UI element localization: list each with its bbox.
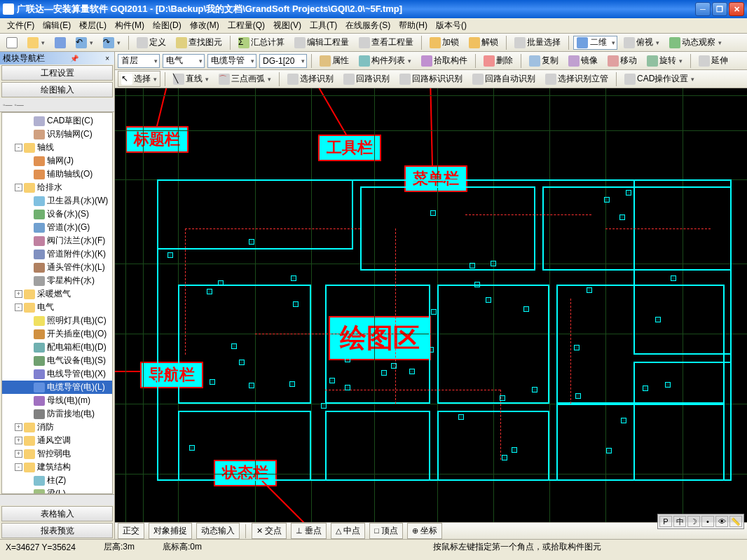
tree-item[interactable]: CAD草图(C) [2,114,112,128]
vi-ruler[interactable]: 📏 [729,516,742,527]
tree-item[interactable]: -建筑结构 [2,460,112,474]
project-settings-button[interactable]: 工程设置 [1,65,113,81]
tree-item[interactable]: 零星构件(水) [2,274,112,287]
tree-item[interactable]: 母线(电)(m) [2,394,112,407]
report-preview-button[interactable]: 报表预览 [1,523,113,538]
sum-button[interactable]: Σ汇总计算 [235,34,288,50]
redo-button[interactable]: ↷▾ [100,35,124,50]
menu-修改M[interactable]: 修改(M) [186,20,224,32]
cad-settings-button[interactable]: CAD操作设置▾ [621,71,698,87]
undo-button[interactable]: ↶▾ [72,35,97,50]
menu-在线服务S[interactable]: 在线服务(S) [341,20,395,32]
tree-item[interactable]: 配电箱柜(电)(D) [2,341,112,354]
copy-button[interactable]: 复制 [526,53,562,69]
tree-item[interactable]: -电气 [2,301,112,314]
define-button[interactable]: 定义 [133,34,170,50]
floor-combo[interactable]: 首层 [118,54,160,68]
tree-item[interactable]: -给排水 [2,181,112,194]
component-list-button[interactable]: 构件列表▾ [355,53,415,69]
tree-item[interactable]: 阀门法兰(水)(F) [2,234,112,247]
zd-toggle[interactable]: △ 中点 [331,523,365,539]
dynamic-view-button[interactable]: 动态观察▾ [666,34,725,50]
select-recognize-button[interactable]: 选择识别 [284,71,337,87]
tree-item[interactable]: 照明灯具(电)(C) [2,314,112,327]
tree-item[interactable]: +消防 [2,421,112,434]
find-button[interactable]: 查找图元 [172,34,226,50]
tree-item[interactable]: +智控弱电 [2,447,112,460]
vi-moon[interactable]: ☽ [687,516,700,527]
tree-item[interactable]: 开关插座(电)(O) [2,327,112,341]
tree-item[interactable]: 防雷接地(电) [2,407,112,421]
menu-帮助H[interactable]: 帮助(H) [395,20,432,32]
view-qty-button[interactable]: 查看工程量 [355,34,417,50]
tree-item[interactable]: 通头管件(水)(L) [2,261,112,274]
tree-item[interactable]: +通风空调 [2,434,112,447]
menu-文件F[interactable]: 文件(F) [3,20,39,32]
tree-item[interactable]: +采暖燃气 [2,287,112,301]
dynin-toggle[interactable]: 动态输入 [196,523,240,539]
tree-item[interactable]: 梁(L) [2,487,112,494]
tree-item[interactable]: 电缆导管(电)(L) [2,381,112,394]
menu-视图V[interactable]: 视图(V) [269,20,306,32]
unlock-button[interactable]: 解锁 [465,34,502,50]
dd-toggle[interactable]: □ 顶点 [369,523,403,539]
loop-mark-button[interactable]: 回路标识识别 [396,71,466,87]
nav-pin-button[interactable]: 📌 [68,55,81,62]
tree-item[interactable]: 柱(Z) [2,474,112,487]
tree-item[interactable]: -轴线 [2,141,112,154]
cz-toggle[interactable]: ⊥ 垂点 [291,523,327,539]
nav-close-button[interactable]: × [103,55,111,62]
menu-版本号[interactable]: 版本号() [432,20,471,32]
tree-item[interactable]: 识别轴网(C) [2,128,112,141]
nav-scroll[interactable] [0,494,114,505]
select-vertical-button[interactable]: 选择识别立管 [542,71,612,87]
tree-item[interactable]: 设备(水)(S) [2,207,112,221]
close-button[interactable]: ✕ [729,2,744,16]
draw-input-button[interactable]: 绘图输入 [1,82,113,97]
new-button[interactable] [3,35,21,50]
snap-toggle[interactable]: 对象捕捉 [149,523,192,539]
tree-item[interactable]: 管道(水)(G) [2,221,112,234]
rotate-button[interactable]: 旋转▾ [643,53,686,69]
loop-recognize-button[interactable]: 回路识别 [340,71,393,87]
tree-item[interactable]: 卫生器具(水)(W) [2,194,112,207]
tree-item[interactable]: 管道附件(水)(K) [2,247,112,261]
move-button[interactable]: 移动 [604,53,640,69]
view2d-combo[interactable]: 二维 [573,36,617,50]
table-input-button[interactable]: 表格输入 [1,506,113,521]
menu-楼层L[interactable]: 楼层(L) [75,20,111,32]
mirror-button[interactable]: 镜像 [565,53,601,69]
menu-工程量Q[interactable]: 工程量(Q) [224,20,269,32]
ortho-toggle[interactable]: 正交 [118,523,144,539]
tree-item[interactable]: 轴网(J) [2,154,112,168]
save-button[interactable] [51,35,69,50]
open-button[interactable]: ▾ [24,35,48,50]
properties-button[interactable]: 属性 [316,53,352,69]
drawing-canvas[interactable]: 标题栏 工具栏 菜单栏 导航栏 绘图区 状态栏 [115,88,747,522]
bird-view-button[interactable]: 俯视▾ [620,34,663,50]
vi-dot[interactable]: • [701,516,714,527]
menu-工具T[interactable]: 工具(T) [306,20,341,32]
edit-qty-button[interactable]: 编辑工程量 [291,34,352,50]
code-combo[interactable]: DG-1[20 [259,54,307,68]
menu-绘图D[interactable]: 绘图(D) [149,20,186,32]
subcategory-combo[interactable]: 电缆导管 [207,54,256,68]
vi-mid[interactable]: 中 [673,516,686,527]
tree-item[interactable]: 电气设备(电)(S) [2,354,112,367]
maximize-button[interactable]: ❐ [712,2,727,16]
arc-tool-button[interactable]: ⌒三点画弧▾ [215,71,275,87]
zb-toggle[interactable]: ⊕ 坐标 [407,523,442,539]
vi-p[interactable]: P [659,516,672,527]
category-combo[interactable]: 电气 [163,54,205,68]
loop-auto-button[interactable]: 回路自动识别 [469,71,539,87]
tree-item[interactable]: 辅助轴线(O) [2,168,112,181]
line-tool-button[interactable]: ╲直线▾ [170,71,212,87]
batch-select-button[interactable]: 批量选择 [511,34,564,50]
jd-toggle[interactable]: ✕ 交点 [252,523,287,539]
minimize-button[interactable]: ─ [695,2,711,16]
menu-构件M[interactable]: 构件(M) [111,20,149,32]
tree-item[interactable]: 电线导管(电)(X) [2,367,112,381]
menu-编辑E[interactable]: 编辑(E) [39,20,75,32]
delete-button[interactable]: 删除 [480,53,516,69]
pick-button[interactable]: 拾取构件 [418,53,471,69]
